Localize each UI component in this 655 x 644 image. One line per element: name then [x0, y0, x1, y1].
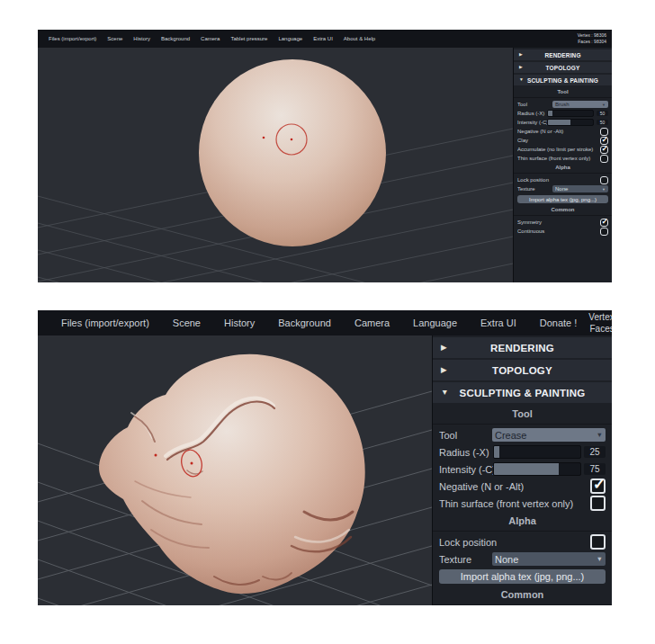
menu-item[interactable]: History — [128, 36, 156, 41]
collapsed-arrow-icon: ▶ — [441, 344, 447, 352]
accumulate-row: Accumulate (no limit per stroke) — [514, 145, 612, 154]
intensity-slider[interactable] — [493, 462, 581, 476]
scene-sphere — [38, 48, 513, 282]
panel-rendering[interactable]: ▶ RENDERING — [433, 337, 612, 358]
texture-label: Texture — [517, 186, 552, 192]
symmetry-checkbox[interactable] — [600, 219, 608, 227]
sidebar: ▶ RENDERING ▶ TOPOLOGY ▼ SCULPTING & PAI… — [513, 48, 612, 282]
collapsed-arrow-icon: ▶ — [519, 66, 523, 70]
panel-topology[interactable]: ▶ TOPOLOGY — [514, 62, 612, 73]
faces-count: Faces : 98304 — [578, 39, 606, 45]
thin-surface-checkbox[interactable] — [600, 155, 608, 163]
menu-item[interactable]: Extra UI — [469, 318, 528, 328]
sidebar: ▶ RENDERING ▶ TOPOLOGY ▼ SCULPTING & PAI… — [432, 335, 612, 605]
mesh-stats: Vertex : 98306 Faces : 98304 — [588, 311, 612, 335]
thin-surface-checkbox[interactable] — [590, 496, 606, 511]
thin-surface-row: Thin surface (front vertex only) — [433, 495, 612, 512]
radius-value[interactable]: 50 — [597, 111, 608, 116]
texture-row: Texture None ▼ — [514, 184, 612, 193]
thin-surface-label: Thin surface (front vertex only) — [517, 156, 600, 161]
intensity-slider[interactable] — [547, 119, 594, 126]
section-common: Common — [514, 205, 612, 216]
negative-checkbox[interactable] — [590, 479, 606, 494]
menu-item[interactable]: Camera — [195, 36, 225, 41]
chevron-down-icon: ▼ — [597, 555, 603, 563]
texture-select[interactable]: None ▼ — [552, 185, 608, 192]
texture-row: Texture None ▼ — [433, 550, 612, 568]
negative-label: Negative (N or -Alt) — [517, 129, 600, 134]
tool-row: Tool Brush ▼ — [514, 100, 612, 109]
radius-value[interactable]: 25 — [584, 446, 606, 458]
chevron-down-icon: ▼ — [602, 103, 606, 107]
continuous-checkbox[interactable] — [600, 228, 608, 236]
negative-row: Negative (N or -Alt) — [433, 478, 612, 495]
menu-item[interactable]: Tablet pressure — [225, 36, 273, 41]
chevron-down-icon: ▼ — [602, 187, 606, 192]
vertex-count: Vertex : 98306 — [578, 32, 606, 39]
menu-item[interactable]: Extra UI — [308, 36, 338, 41]
menu-item[interactable]: Language — [273, 36, 308, 41]
symmetry-label: Symmetry — [517, 219, 600, 225]
import-alpha-button[interactable]: Import alpha tex (jpg, png...) — [517, 195, 608, 203]
lock-position-label: Lock position — [439, 537, 590, 548]
intensity-row: Intensity (-C) 50 — [514, 118, 612, 127]
radius-slider[interactable] — [547, 110, 594, 117]
menu-item[interactable]: Language — [401, 318, 469, 328]
menu-item[interactable]: Scene — [102, 36, 128, 41]
clay-row: Clay — [514, 136, 612, 145]
negative-row: Negative (N or -Alt) — [514, 127, 612, 136]
menu-item[interactable]: Files (import/export) — [43, 36, 102, 41]
panel-sculpting[interactable]: ▼ SCULPTING & PAINTING — [514, 75, 612, 85]
texture-select[interactable]: None ▼ — [492, 552, 606, 566]
menu-item[interactable]: Background — [266, 318, 343, 328]
thin-surface-label: Thin surface (front vertex only) — [439, 498, 590, 509]
menu-item[interactable]: Files (import/export) — [49, 318, 161, 328]
section-tool: Tool — [433, 405, 612, 425]
radius-slider[interactable] — [493, 445, 581, 459]
collapsed-arrow-icon: ▶ — [441, 366, 447, 374]
import-alpha-button[interactable]: Import alpha tex (jpg, png...) — [439, 569, 606, 584]
model-sculpt — [99, 354, 365, 594]
menu-item[interactable]: About & Help — [338, 36, 381, 41]
viewport-3d[interactable] — [38, 335, 432, 605]
intensity-label: Intensity (-C) — [439, 464, 493, 475]
lock-position-checkbox[interactable] — [600, 176, 608, 184]
lock-position-label: Lock position — [517, 177, 600, 183]
negative-label: Negative (N or -Alt) — [439, 481, 590, 492]
lock-position-row: Lock position — [433, 533, 612, 550]
thin-surface-row: Thin surface (front vertex only) — [514, 154, 612, 163]
tool-select-value: Brush — [555, 102, 570, 107]
radius-row: Radius (-X) 50 — [514, 109, 612, 118]
clay-label: Clay — [517, 138, 600, 143]
intensity-value[interactable]: 75 — [584, 463, 606, 475]
panel-topology[interactable]: ▶ TOPOLOGY — [433, 360, 612, 380]
model-sphere — [199, 59, 386, 246]
menu-item[interactable]: Scene — [161, 318, 212, 328]
intensity-label: Intensity (-C) — [517, 120, 547, 125]
section-tool: Tool — [514, 87, 612, 98]
chevron-down-icon: ▼ — [597, 431, 603, 439]
tool-select[interactable]: Brush ▼ — [552, 101, 608, 108]
menu-item[interactable]: Camera — [343, 318, 401, 328]
lock-position-checkbox[interactable] — [590, 534, 606, 550]
mesh-stats: Vertex : 98306 Faces : 98304 — [578, 32, 612, 45]
panel-sculpting[interactable]: ▼ SCULPTING & PAINTING — [433, 382, 612, 403]
continuous-label: Continuous — [517, 228, 600, 234]
accumulate-label: Accumulate (no limit per stroke) — [517, 147, 600, 152]
tool-select[interactable]: Crease ▼ — [492, 428, 606, 442]
menu-items: Files (import/export)SceneHistoryBackgro… — [38, 318, 588, 328]
menu-item[interactable]: History — [212, 318, 266, 328]
intensity-value[interactable]: 50 — [597, 120, 608, 125]
texture-select-value: None — [555, 186, 568, 192]
vertex-count: Vertex : 98306 — [588, 311, 612, 324]
lock-position-row: Lock position — [514, 175, 612, 184]
panel-rendering[interactable]: ▶ RENDERING — [514, 49, 612, 60]
menu-item[interactable]: Donate ! — [528, 318, 589, 328]
section-alpha: Alpha — [514, 163, 612, 174]
menu-item[interactable]: Background — [156, 36, 195, 41]
viewport-3d[interactable] — [38, 48, 513, 282]
radius-row: Radius (-X) 25 — [433, 443, 612, 461]
accumulate-checkbox[interactable] — [600, 146, 608, 154]
scene-sculpt — [38, 335, 432, 605]
section-alpha: Alpha — [433, 512, 612, 532]
